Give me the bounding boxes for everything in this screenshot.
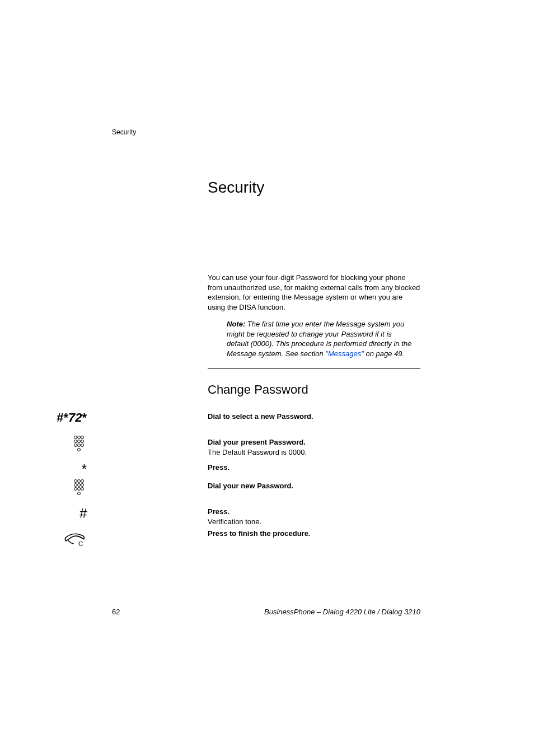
note-text-post: on page 49. bbox=[364, 349, 404, 358]
star-icon: * bbox=[63, 412, 68, 424]
step-text-bold: Press. bbox=[208, 507, 420, 517]
running-head: Security bbox=[112, 128, 136, 136]
page-title: Security bbox=[208, 179, 264, 197]
messages-link[interactable]: "Messages" bbox=[325, 349, 363, 358]
star-icon: * bbox=[82, 412, 87, 424]
handset-letter: C bbox=[78, 540, 83, 547]
step-text: Press. Verification tone. bbox=[208, 507, 420, 526]
handset-icon: C bbox=[20, 529, 87, 550]
step-text-bold: Dial your present Password. bbox=[208, 437, 420, 447]
hash-icon: # bbox=[57, 412, 63, 424]
section-heading: Change Password bbox=[208, 382, 308, 397]
keypad-icon bbox=[20, 479, 87, 496]
keypad-icon bbox=[20, 435, 87, 452]
step-text-plain: The Default Password is 0000. bbox=[208, 447, 420, 458]
note-label: Note: bbox=[227, 320, 245, 328]
hash-icon: # bbox=[20, 507, 87, 520]
dial-code-icon: #*72* bbox=[20, 412, 87, 424]
note-block: Note: The first time you enter the Messa… bbox=[227, 319, 414, 358]
divider bbox=[208, 368, 420, 369]
step-text: Press. bbox=[208, 463, 420, 473]
step-text: Dial your new Password. bbox=[208, 481, 420, 491]
intro-paragraph: You can use your four-digit Password for… bbox=[208, 273, 420, 312]
star-icon: * bbox=[20, 463, 87, 476]
footer-doc-title: BusinessPhone – Dialog 4220 Lite / Dialo… bbox=[264, 608, 420, 616]
step-text-plain: Verification tone. bbox=[208, 517, 420, 527]
step-text: Dial your present Password. The Default … bbox=[208, 437, 420, 457]
page-number: 62 bbox=[112, 608, 120, 616]
step-text: Dial to select a new Password. bbox=[208, 412, 420, 422]
dial-digits: 72 bbox=[68, 410, 82, 424]
step-text: Press to finish the procedure. bbox=[208, 529, 420, 539]
